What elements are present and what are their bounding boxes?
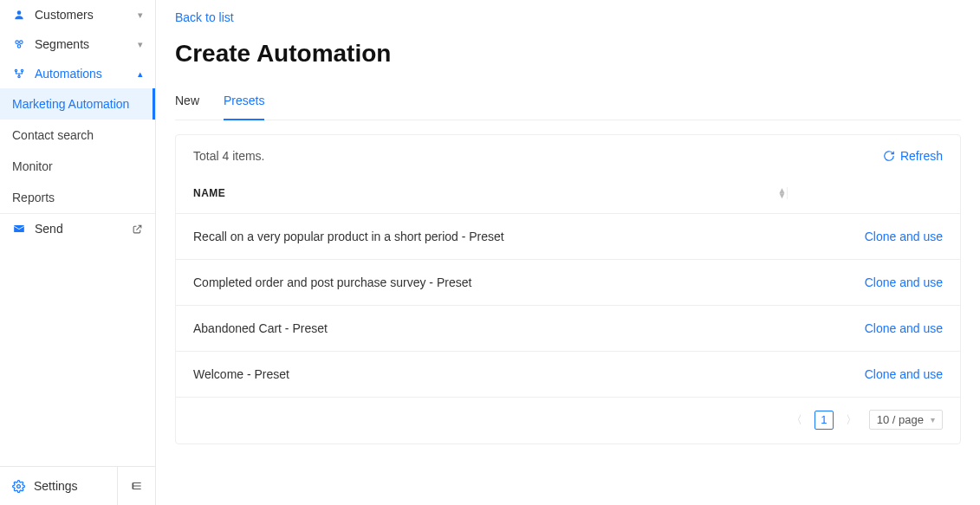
table-row: Welcome - Preset Clone and use <box>176 352 960 398</box>
preset-name: Welcome - Preset <box>193 367 804 381</box>
page-number-input[interactable] <box>815 411 834 430</box>
mail-icon <box>12 222 26 236</box>
tab-label: New <box>175 94 199 107</box>
user-icon <box>12 8 26 22</box>
card-header: Total 4 items. Refresh <box>176 149 960 170</box>
clone-and-use-link[interactable]: Clone and use <box>865 321 943 335</box>
refresh-button[interactable]: Refresh <box>883 149 943 163</box>
table-body: Recall on a very popular product in a sh… <box>176 214 960 398</box>
page-size-label: 10 / page <box>877 413 924 426</box>
total-items-text: Total 4 items. <box>193 149 264 163</box>
refresh-label: Refresh <box>900 149 943 163</box>
sidebar-item-label: Segments <box>35 37 138 51</box>
sidebar-subitem-marketing-automation[interactable]: Marketing Automation <box>0 88 155 120</box>
column-header-label: NAME <box>193 187 225 199</box>
svg-point-2 <box>20 41 23 44</box>
sidebar-main: Customers ▾ Segments ▾ Automations ▴ Mar… <box>0 0 155 466</box>
sidebar-subitem-label: Monitor <box>12 159 53 173</box>
svg-rect-7 <box>14 225 24 232</box>
svg-point-1 <box>16 41 19 44</box>
svg-point-5 <box>21 69 23 71</box>
segments-icon <box>12 37 26 51</box>
table-header: NAME ▲▼ <box>176 170 960 214</box>
sidebar-item-label: Automations <box>35 67 138 81</box>
sidebar-item-label: Send <box>35 222 132 236</box>
page-title: Create Automation <box>175 40 961 68</box>
column-header-action <box>787 187 943 199</box>
preset-name: Abandoned Cart - Preset <box>193 321 804 335</box>
clone-and-use-link[interactable]: Clone and use <box>865 230 943 243</box>
tab-presets[interactable]: Presets <box>224 87 264 120</box>
main-content: Back to list Create Automation New Prese… <box>156 0 980 505</box>
next-page-button[interactable]: 〉 <box>842 411 860 430</box>
collapse-sidebar-button[interactable] <box>117 467 155 505</box>
external-link-icon <box>132 223 143 235</box>
column-header-name[interactable]: NAME ▲▼ <box>193 187 787 199</box>
svg-point-8 <box>17 484 21 488</box>
sidebar-footer: Settings <box>0 466 155 505</box>
automation-icon <box>12 67 26 81</box>
sort-icon: ▲▼ <box>778 188 787 198</box>
refresh-icon <box>883 150 895 162</box>
chevron-down-icon: ▾ <box>138 39 143 50</box>
chevron-down-icon: ▾ <box>138 10 143 21</box>
collapse-icon <box>131 480 143 492</box>
tab-new[interactable]: New <box>175 87 199 120</box>
sidebar-subitem-reports[interactable]: Reports <box>0 182 155 213</box>
sidebar-item-label: Customers <box>35 8 138 22</box>
preset-name: Recall on a very popular product in a sh… <box>193 230 804 243</box>
presets-card: Total 4 items. Refresh NAME ▲▼ <box>175 134 961 444</box>
tabs: New Presets <box>175 87 961 120</box>
clone-and-use-link[interactable]: Clone and use <box>865 275 943 289</box>
sidebar-item-segments[interactable]: Segments ▾ <box>0 29 155 59</box>
prev-page-button[interactable]: 〈 <box>788 411 806 430</box>
sidebar-subitem-label: Reports <box>12 191 55 204</box>
sidebar-subitem-label: Contact search <box>12 128 94 142</box>
gear-icon <box>12 480 25 493</box>
table-row: Abandoned Cart - Preset Clone and use <box>176 306 960 352</box>
chevron-up-icon: ▴ <box>138 68 143 80</box>
sidebar-item-customers[interactable]: Customers ▾ <box>0 0 155 29</box>
sidebar-subitem-monitor[interactable]: Monitor <box>0 151 155 182</box>
sidebar-subitem-label: Marketing Automation <box>12 97 129 111</box>
settings-label: Settings <box>34 479 78 493</box>
clone-and-use-link[interactable]: Clone and use <box>865 367 943 381</box>
presets-table: NAME ▲▼ Recall on a very popular product… <box>176 170 960 398</box>
table-row: Recall on a very popular product in a sh… <box>176 214 960 260</box>
table-row: Completed order and post purchase survey… <box>176 260 960 306</box>
svg-point-6 <box>18 75 20 77</box>
sidebar-subitem-contact-search[interactable]: Contact search <box>0 120 155 151</box>
sidebar-item-automations[interactable]: Automations ▴ <box>0 59 155 88</box>
chevron-down-icon: ▾ <box>931 415 935 424</box>
sidebar: Customers ▾ Segments ▾ Automations ▴ Mar… <box>0 0 156 505</box>
svg-point-4 <box>15 69 16 71</box>
page-size-select[interactable]: 10 / page ▾ <box>869 410 943 430</box>
sidebar-item-settings[interactable]: Settings <box>0 467 117 505</box>
svg-point-3 <box>17 45 21 49</box>
svg-point-0 <box>17 10 22 15</box>
preset-name: Completed order and post purchase survey… <box>193 275 804 289</box>
back-to-list-link[interactable]: Back to list <box>175 10 961 24</box>
tab-label: Presets <box>224 94 264 107</box>
pagination: 〈 〉 10 / page ▾ <box>176 398 960 430</box>
sidebar-item-send[interactable]: Send <box>0 213 155 243</box>
